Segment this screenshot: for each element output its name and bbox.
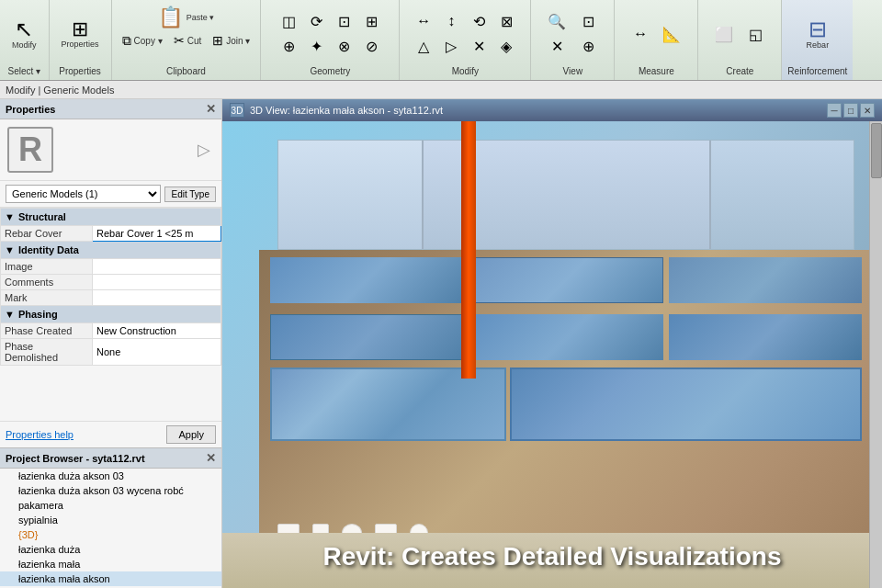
- properties-help-link[interactable]: Properties help: [6, 429, 74, 440]
- view-tool-3[interactable]: ✕: [542, 35, 571, 58]
- clipboard-label: Clipboard: [166, 64, 206, 76]
- edit-type-button[interactable]: Edit Type: [164, 187, 216, 202]
- geometry-label: Geometry: [310, 64, 350, 76]
- section-structural[interactable]: ▼ Structural: [1, 209, 221, 226]
- measure-tool-2[interactable]: 📐: [657, 23, 686, 46]
- view-tool-2[interactable]: ⊡: [573, 10, 603, 33]
- geometry-btn-5[interactable]: ⊕: [276, 35, 301, 58]
- prop-mark: Mark: [1, 290, 221, 306]
- browser-item-0[interactable]: łazienka duża akson 03: [0, 469, 221, 483]
- copy-button[interactable]: ⧉ Copy ▾: [118, 32, 167, 49]
- create-label: Create: [726, 64, 753, 76]
- browser-item-5[interactable]: łazienka duża: [0, 542, 221, 557]
- prop-image: Image: [1, 259, 221, 275]
- modify-tool-6[interactable]: ▷: [438, 35, 464, 58]
- create-tool-2[interactable]: ◱: [741, 23, 770, 46]
- browser-item-3[interactable]: sypialnia: [0, 513, 221, 527]
- browser-item-2[interactable]: pakamera: [0, 498, 221, 513]
- rebar-icon: ⊟: [808, 18, 827, 40]
- view-minimize-button[interactable]: ─: [827, 103, 842, 118]
- prop-value-image[interactable]: [93, 259, 221, 275]
- create-tool-1[interactable]: ⬜: [709, 23, 739, 46]
- modify-tool-7[interactable]: ✕: [466, 35, 492, 58]
- properties-close-button[interactable]: ✕: [206, 102, 216, 116]
- ribbon-section-measure: ↔ 📐 Measure: [615, 0, 698, 80]
- properties-panel-header: Properties ✕: [0, 99, 221, 119]
- browser-item-3d[interactable]: {3D}: [0, 527, 221, 542]
- modify-icon: ↖: [15, 18, 33, 40]
- view-titlebar: 3D 3D View: łazienka mała akson - syta11…: [222, 99, 882, 121]
- prop-label-image: Image: [1, 259, 93, 275]
- cut-button[interactable]: ✂ Cut: [169, 32, 207, 49]
- apply-button[interactable]: Apply: [166, 425, 216, 444]
- scrollbar-thumb[interactable]: [871, 123, 882, 178]
- geometry-btn-6[interactable]: ✦: [303, 35, 329, 58]
- prop-value-phase-created[interactable]: New Construction: [93, 323, 221, 339]
- main-area: Properties ✕ R ▷ Generic Models (1) Edit…: [0, 99, 882, 588]
- browser-list[interactable]: łazienka duża akson 03 łazienka duża aks…: [0, 469, 221, 588]
- prop-comments: Comments: [1, 275, 221, 290]
- panel-expand-icon[interactable]: ▷: [53, 140, 210, 160]
- modify-button[interactable]: ↖ Modify: [6, 15, 43, 53]
- prop-label-phase-created: Phase Created: [1, 323, 93, 339]
- revit-r-icon: R: [7, 127, 53, 173]
- geometry-btn-7[interactable]: ⊗: [331, 35, 356, 58]
- prop-value-phase-demolished[interactable]: None: [93, 339, 221, 366]
- section-phasing[interactable]: ▼ Phasing: [1, 306, 221, 323]
- measure-tool-1[interactable]: ↔: [626, 23, 655, 46]
- project-browser: Project Browser - syta112.rvt ✕ łazienka…: [0, 447, 221, 588]
- view-scrollbar-vertical[interactable]: [869, 121, 882, 588]
- prop-label-phase-demolished: Phase Demolished: [1, 339, 93, 366]
- browser-item-7[interactable]: łazienka mała akson: [0, 571, 221, 586]
- view-tool-4[interactable]: ⊕: [573, 35, 603, 58]
- modify-tool-3[interactable]: ⟲: [466, 10, 492, 33]
- modify-tool-4[interactable]: ⊠: [493, 10, 519, 33]
- prop-label-mark: Mark: [1, 290, 93, 306]
- properties-scroll-area[interactable]: R ▷ Generic Models (1) Edit Type ▼ Struc…: [0, 119, 221, 421]
- prop-value-mark[interactable]: [93, 290, 221, 306]
- prop-label-comments: Comments: [1, 275, 93, 290]
- browser-item-1[interactable]: łazienka duża akson 03 wycena robć: [0, 483, 211, 498]
- project-browser-title: Project Browser - syta112.rvt: [6, 453, 145, 464]
- modify-tool-2[interactable]: ↕: [438, 10, 464, 33]
- properties-title: Properties: [6, 104, 55, 115]
- properties-section-label: Properties: [59, 64, 101, 76]
- view-maximize-button[interactable]: □: [843, 103, 858, 118]
- properties-panel: Properties ✕ R ▷ Generic Models (1) Edit…: [0, 99, 222, 588]
- type-select-dropdown[interactable]: Generic Models (1): [6, 185, 161, 203]
- ribbon-section-modify: ↔ ↕ ⟲ ⊠ △ ▷ ✕ ◈ Modify: [400, 0, 531, 80]
- geometry-btn-8[interactable]: ⊘: [358, 35, 384, 58]
- section-identity-data[interactable]: ▼ Identity Data: [1, 242, 221, 259]
- browser-item-6[interactable]: łazienka mała: [0, 557, 221, 571]
- view-tool-1[interactable]: 🔍: [542, 10, 571, 33]
- geometry-btn-1[interactable]: ◫: [276, 10, 301, 33]
- view-viewport[interactable]: Revit: Creates Detailed Visualizations: [222, 121, 882, 588]
- view-area: 3D 3D View: łazienka mała akson - syta11…: [222, 99, 882, 588]
- project-browser-close-button[interactable]: ✕: [206, 451, 216, 465]
- geometry-btn-2[interactable]: ⟳: [303, 10, 329, 33]
- modify-tool-8[interactable]: ◈: [493, 35, 519, 58]
- properties-ribbon-button[interactable]: ⊞ Properties: [55, 16, 106, 52]
- copy-icon: ⧉: [122, 34, 131, 47]
- rebar-button[interactable]: ⊟ Rebar: [800, 15, 836, 53]
- ribbon-section-clipboard: 📋 Paste ▾ ⧉ Copy ▾ ✂ Cut ⊞ Join ▾ Clipbo…: [112, 0, 262, 80]
- view-titlebar-icon: 3D: [230, 103, 244, 118]
- r-icon-area: R ▷: [0, 119, 221, 181]
- view-window-controls: ─ □ ✕: [827, 103, 875, 118]
- ribbon-section-view: 🔍 ⊡ ✕ ⊕ View: [531, 0, 615, 80]
- reinforcement-label: Reinforcement: [787, 64, 847, 76]
- geometry-btn-3[interactable]: ⊡: [331, 10, 356, 33]
- join-button[interactable]: ⊞ Join ▾: [208, 32, 254, 49]
- prop-value-rebar-cover[interactable]: Rebar Cover 1 <25 m: [93, 226, 221, 242]
- modify-tool-1[interactable]: ↔: [411, 10, 436, 33]
- paste-button[interactable]: 📋 Paste ▾: [152, 4, 221, 31]
- properties-table: ▼ Structural Rebar Cover Rebar Cover 1 <…: [0, 208, 221, 366]
- view-close-button[interactable]: ✕: [860, 103, 875, 118]
- geometry-btn-4[interactable]: ⊞: [358, 10, 384, 33]
- ribbon-section-create: ⬜ ◱ Create: [698, 0, 782, 80]
- join-icon: ⊞: [212, 34, 223, 47]
- prop-label-rebar-cover: Rebar Cover: [1, 226, 93, 242]
- prop-value-comments[interactable]: [93, 275, 221, 290]
- modify-tool-5[interactable]: △: [411, 35, 436, 58]
- properties-help-bar: Properties help Apply: [0, 421, 221, 447]
